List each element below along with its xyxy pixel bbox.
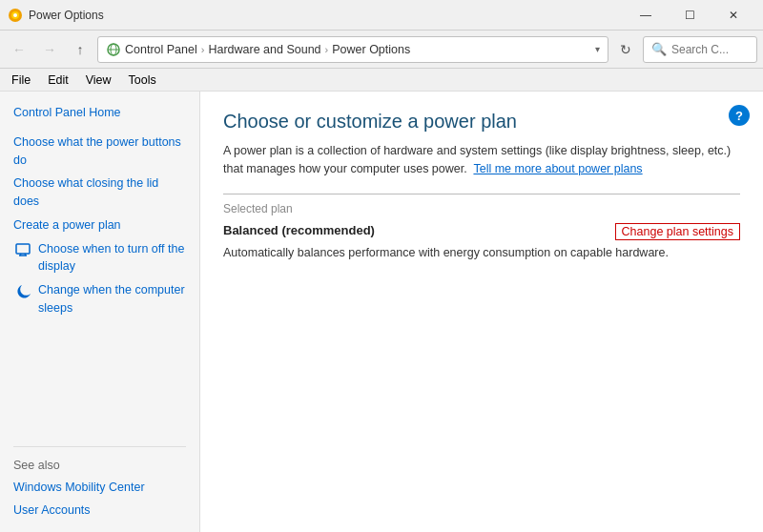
content-area: ? Choose or customize a power plan A pow…: [200, 92, 763, 532]
path-sep-1: ›: [201, 44, 205, 55]
plan-description: Automatically balances performance with …: [223, 244, 700, 262]
menu-file[interactable]: File: [4, 72, 38, 89]
selected-plan-label: Selected plan: [223, 202, 740, 215]
sidebar-link-create-plan[interactable]: Create a power plan: [0, 214, 199, 237]
titlebar-controls: — ☐ ✕: [624, 0, 755, 31]
search-box[interactable]: 🔍: [643, 36, 757, 63]
selected-plan-section: Selected plan Balanced (recommended) Cha…: [223, 194, 740, 262]
sidebar-link-lid[interactable]: Choose what closing the lid does: [0, 172, 199, 214]
back-icon: ←: [12, 42, 26, 57]
search-input[interactable]: [671, 43, 748, 56]
up-icon: ↑: [77, 42, 84, 57]
path-globe-icon: [106, 42, 121, 57]
plan-name: Balanced (recommended): [223, 223, 375, 237]
path-power-options: Power Options: [332, 43, 410, 56]
close-button[interactable]: ✕: [711, 0, 755, 31]
sidebar-link-power-buttons[interactable]: Choose what the power buttons do: [0, 131, 199, 173]
refresh-button[interactable]: ↻: [612, 36, 639, 63]
content-description: A power plan is a collection of hardware…: [223, 142, 740, 178]
sidebar-link-turn-off-display[interactable]: Choose when to turn off the display: [0, 237, 199, 279]
menubar: File Edit View Tools: [0, 69, 763, 92]
refresh-icon: ↻: [620, 42, 631, 57]
sidebar-link-turn-off-display-text: Choose when to turn off the display: [38, 240, 186, 276]
learn-more-link[interactable]: Tell me more about power plans: [473, 162, 642, 175]
plan-row: Balanced (recommended) Change plan setti…: [223, 223, 740, 240]
main-layout: Control Panel Home Choose what the power…: [0, 92, 763, 532]
sidebar-link-computer-sleeps[interactable]: Change when the computer sleeps: [0, 278, 199, 320]
sidebar-link-computer-sleeps-text: Change when the computer sleeps: [38, 281, 186, 317]
see-also-label: See also: [0, 455, 199, 476]
forward-button[interactable]: →: [36, 36, 63, 63]
sidebar-link-user-accounts[interactable]: User Accounts: [0, 499, 199, 522]
titlebar-icon: [8, 8, 23, 23]
forward-icon: →: [43, 42, 56, 57]
sidebar-link-control-panel-home[interactable]: Control Panel Home: [0, 101, 199, 125]
change-plan-link[interactable]: Change plan settings: [615, 223, 740, 240]
sidebar-divider: [13, 446, 186, 447]
addressbar: ← → ↑ Control Panel › Hardware and Sound…: [0, 31, 763, 69]
search-icon: 🔍: [651, 42, 667, 56]
svg-point-2: [13, 13, 17, 17]
path-sep-2: ›: [325, 44, 329, 55]
up-button[interactable]: ↑: [67, 36, 93, 63]
minimize-button[interactable]: —: [624, 0, 668, 31]
menu-tools[interactable]: Tools: [121, 72, 164, 89]
path-hardware-sound: Hardware and Sound: [208, 43, 320, 56]
back-button[interactable]: ←: [6, 36, 32, 63]
titlebar: Power Options — ☐ ✕: [0, 0, 763, 31]
menu-edit[interactable]: Edit: [40, 72, 76, 89]
titlebar-title: Power Options: [29, 9, 624, 22]
address-path[interactable]: Control Panel › Hardware and Sound › Pow…: [97, 36, 608, 63]
sidebar: Control Panel Home Choose what the power…: [0, 92, 200, 532]
moon-icon: [13, 281, 32, 300]
menu-view[interactable]: View: [78, 72, 119, 89]
help-button[interactable]: ?: [729, 105, 750, 126]
monitor-icon: [13, 240, 32, 259]
path-dropdown-icon[interactable]: ▾: [595, 44, 600, 54]
path-control-panel: Control Panel: [125, 43, 197, 56]
content-title: Choose or customize a power plan: [223, 111, 740, 133]
svg-rect-6: [16, 244, 30, 254]
sidebar-spacer: [0, 320, 199, 439]
sidebar-link-lid-text: Choose what closing the lid does: [13, 176, 158, 208]
maximize-button[interactable]: ☐: [668, 0, 711, 31]
sidebar-link-power-buttons-text: Choose what the power buttons do: [13, 135, 181, 167]
sidebar-link-mobility-center[interactable]: Windows Mobility Center: [0, 476, 199, 500]
